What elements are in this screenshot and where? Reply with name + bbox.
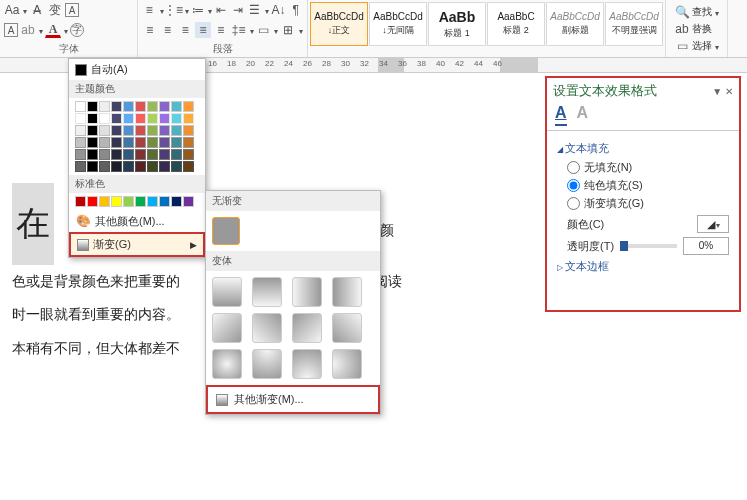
color-swatch[interactable] (99, 149, 110, 160)
color-swatch[interactable] (111, 161, 122, 172)
section-text-outline[interactable]: 文本边框 (557, 259, 729, 274)
transparency-value[interactable]: 0% (683, 237, 729, 255)
color-swatch[interactable] (99, 137, 110, 148)
numbering-icon[interactable]: ⋮≡ (166, 2, 182, 18)
color-swatch[interactable] (99, 101, 110, 112)
gradient-item[interactable]: 渐变(G) ▶ (69, 232, 205, 257)
color-swatch[interactable] (87, 113, 98, 124)
color-swatch[interactable] (123, 196, 134, 207)
gradient-swatch[interactable] (292, 349, 322, 379)
color-swatch[interactable] (135, 161, 146, 172)
color-swatch[interactable] (87, 101, 98, 112)
color-swatch[interactable] (171, 101, 182, 112)
highlight-icon[interactable]: ab (20, 22, 36, 38)
style-card[interactable]: AaBbCcDd不明显强调 (605, 2, 663, 46)
color-swatch[interactable] (87, 137, 98, 148)
fill-solid-radio[interactable]: 纯色填充(S) (567, 178, 729, 193)
color-swatch[interactable] (111, 101, 122, 112)
pane-close-icon[interactable]: ✕ (725, 86, 733, 97)
clear-format-icon[interactable]: A̶ (29, 2, 45, 18)
fill-gradient-radio[interactable]: 渐变填充(G) (567, 196, 729, 211)
char-border-icon[interactable]: A (65, 3, 79, 17)
gradient-swatch[interactable] (332, 277, 362, 307)
color-swatch[interactable] (75, 196, 86, 207)
color-swatch[interactable] (135, 137, 146, 148)
style-card[interactable]: AaaBbC标题 2 (487, 2, 545, 46)
color-swatch[interactable] (111, 137, 122, 148)
color-swatch[interactable] (147, 149, 158, 160)
color-swatch[interactable] (111, 149, 122, 160)
find-button[interactable]: 🔍查找 (674, 4, 719, 20)
color-swatch[interactable] (87, 125, 98, 136)
gradient-grid[interactable] (206, 271, 380, 385)
indent-left-icon[interactable]: ⇤ (214, 2, 229, 18)
color-swatch[interactable] (123, 149, 134, 160)
color-swatch[interactable] (147, 113, 158, 124)
style-card[interactable]: AaBbCcDd↓无间隔 (369, 2, 427, 46)
tab-text-outline[interactable]: A (577, 104, 589, 126)
align-left-icon[interactable]: ≡ (142, 22, 158, 38)
color-swatch[interactable] (147, 137, 158, 148)
color-swatch[interactable] (99, 161, 110, 172)
color-swatch[interactable] (75, 125, 86, 136)
standard-color-row[interactable] (69, 193, 205, 210)
bullets-icon[interactable]: ≡ (142, 2, 157, 18)
color-swatch[interactable] (183, 101, 194, 112)
color-swatch[interactable] (171, 137, 182, 148)
fill-none-radio[interactable]: 无填充(N) (567, 160, 729, 175)
theme-color-grid[interactable] (69, 98, 205, 175)
pane-dropdown-icon[interactable]: ▼ (712, 86, 722, 97)
align-center-icon[interactable]: ≡ (160, 22, 176, 38)
gradient-swatch[interactable] (252, 313, 282, 343)
gradient-swatch[interactable] (332, 349, 362, 379)
shading-icon[interactable]: ▭ (256, 22, 272, 38)
color-swatch[interactable] (147, 125, 158, 136)
color-swatch[interactable] (159, 125, 170, 136)
gradient-swatch[interactable] (212, 349, 242, 379)
color-swatch[interactable] (135, 113, 146, 124)
style-card[interactable]: AaBb标题 1 (428, 2, 486, 46)
text-dir-icon[interactable]: ☰ (247, 2, 262, 18)
color-swatch[interactable] (75, 113, 86, 124)
color-swatch[interactable] (183, 196, 194, 207)
borders-icon[interactable]: ⊞ (280, 22, 296, 38)
color-swatch[interactable] (171, 125, 182, 136)
color-swatch[interactable] (159, 137, 170, 148)
auto-color-item[interactable]: 自动(A) (69, 59, 205, 80)
color-swatch[interactable] (135, 101, 146, 112)
color-swatch[interactable] (87, 161, 98, 172)
color-swatch[interactable] (75, 101, 86, 112)
indent-right-icon[interactable]: ⇥ (231, 2, 246, 18)
color-swatch[interactable] (123, 137, 134, 148)
color-swatch[interactable] (171, 113, 182, 124)
section-text-fill[interactable]: 文本填充 (557, 141, 729, 156)
replace-button[interactable]: ab替换 (674, 21, 719, 37)
gradient-swatch[interactable] (212, 277, 242, 307)
color-swatch[interactable] (111, 125, 122, 136)
color-swatch[interactable] (183, 149, 194, 160)
line-spacing-icon[interactable]: ‡≡ (231, 22, 247, 38)
color-swatch[interactable] (99, 113, 110, 124)
color-swatch[interactable] (135, 149, 146, 160)
color-swatch[interactable] (111, 113, 122, 124)
color-swatch[interactable] (183, 137, 194, 148)
char-shading-icon[interactable]: A (4, 23, 18, 37)
sort-icon[interactable]: A↓ (271, 2, 287, 18)
color-swatch[interactable] (159, 161, 170, 172)
color-swatch[interactable] (183, 113, 194, 124)
transparency-slider[interactable] (620, 244, 677, 248)
color-swatch[interactable] (87, 196, 98, 207)
multilevel-icon[interactable]: ≔ (191, 2, 206, 18)
gradient-swatch[interactable] (292, 277, 322, 307)
color-swatch[interactable] (147, 161, 158, 172)
color-swatch[interactable] (159, 196, 170, 207)
select-button[interactable]: ▭选择 (674, 38, 719, 54)
color-swatch[interactable] (75, 137, 86, 148)
color-swatch[interactable] (183, 161, 194, 172)
more-colors-item[interactable]: 🎨 其他颜色(M)... (69, 210, 205, 232)
showmarks-icon[interactable]: ¶ (289, 2, 304, 18)
more-gradients-item[interactable]: 其他渐变(M)... (206, 385, 380, 414)
color-swatch[interactable] (135, 125, 146, 136)
color-swatch[interactable] (123, 101, 134, 112)
no-gradient-swatch[interactable] (212, 217, 240, 245)
